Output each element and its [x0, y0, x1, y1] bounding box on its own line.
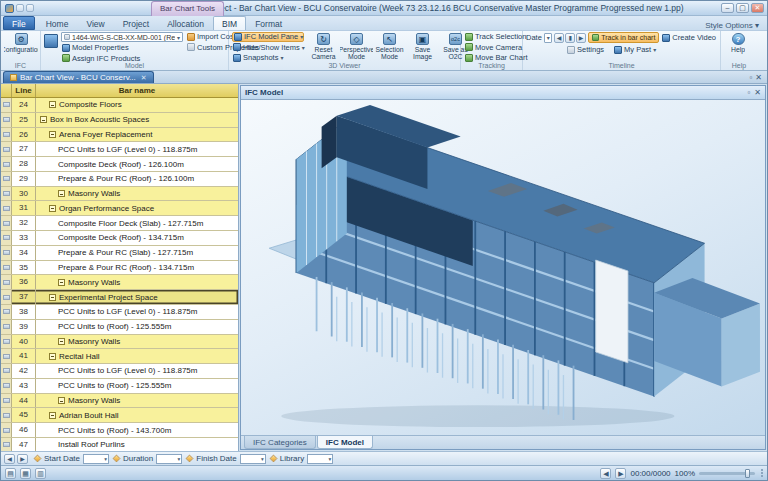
ribbon-tab-project[interactable]: Project [114, 16, 158, 30]
style-options-button[interactable]: Style Options ▾ [697, 21, 767, 30]
pane-tab-ifc-model[interactable]: IFC Model [317, 436, 373, 449]
ifc-model-pane-button[interactable]: IFC Model Pane▾ [232, 32, 304, 42]
table-row[interactable]: 39 PCC Units to (Roof) - 125.555m [1, 320, 238, 335]
ribbon-tab-file[interactable]: File [3, 16, 35, 30]
app-icon[interactable] [5, 4, 14, 13]
ribbon-tab-home[interactable]: Home [37, 16, 78, 30]
3d-building-model[interactable] [241, 100, 765, 435]
table-row[interactable]: 34 Prepare & Pour RC (Slab) - 127.715m [1, 246, 238, 261]
field-combo[interactable]: ▾ [83, 454, 109, 464]
collapse-icon[interactable] [49, 131, 56, 138]
close-pane-icon[interactable]: ✕ [755, 73, 762, 82]
collapse-icon[interactable] [49, 353, 56, 360]
collapse-icon[interactable] [49, 294, 56, 301]
pin-icon[interactable]: ▫ [747, 88, 750, 97]
field-finish-date[interactable]: Finish Date▾ [186, 454, 265, 464]
ribbon-tab-view[interactable]: View [77, 16, 113, 30]
table-row[interactable]: 25 Box in Box Acoustic Spaces [1, 113, 238, 128]
step-back-icon[interactable]: ◀ [600, 468, 611, 479]
track-in-bar-chart-button[interactable]: Track in bar chart [588, 32, 659, 43]
collapse-icon[interactable] [58, 190, 65, 197]
timeline-nav-icon[interactable]: ▮ [565, 33, 575, 43]
table-row[interactable]: 41 Recital Hall [1, 349, 238, 364]
chevron-down-icon: ▾ [300, 33, 303, 40]
field-combo[interactable]: ▾ [240, 454, 266, 464]
collapse-icon[interactable] [58, 397, 65, 404]
field-start-date[interactable]: Start Date▾ [34, 454, 109, 464]
table-row[interactable]: 47 Install Roof Purlins [1, 438, 238, 451]
table-row[interactable]: 32 Composite Floor Deck (Slab) - 127.715… [1, 216, 238, 231]
settings-button[interactable]: Settings [566, 45, 605, 55]
collapse-icon[interactable] [49, 412, 56, 419]
resize-grip[interactable] [761, 469, 763, 477]
table-row[interactable]: 42 PCC Units to LGF (Level 0) - 118.875m [1, 364, 238, 379]
timeline-nav-icon[interactable]: ◀ [554, 33, 564, 43]
perspective-mode-button[interactable]: ◇Perspective Mode [340, 32, 373, 62]
table-row[interactable]: 31 Organ Performance Space [1, 201, 238, 216]
timeline-nav-icon[interactable]: ▶ [576, 33, 586, 43]
restore-pane-icon[interactable]: ▫ [749, 73, 752, 82]
view-mode-2-icon[interactable]: ▦ [20, 468, 31, 479]
reset-camera-button[interactable]: ↻Reset Camera [307, 32, 340, 62]
field-library[interactable]: Library▾ [270, 454, 333, 464]
field-duration[interactable]: Duration▾ [113, 454, 182, 464]
create-video-button[interactable]: Create Video [661, 33, 717, 43]
field-combo[interactable]: ▾ [156, 454, 182, 464]
table-row[interactable]: 29 Prepare & Pour RC (Roof) - 126.100m [1, 172, 238, 187]
collapse-icon[interactable] [49, 205, 56, 212]
ribbon-tab-format[interactable]: Format [246, 16, 291, 30]
date-field[interactable]: ▾ [544, 33, 552, 43]
table-row[interactable]: 38 PCC Units to LGF (Level 0) - 118.875m [1, 305, 238, 320]
table-row[interactable]: 46 PCC Units to (Roof) - 143.700m [1, 423, 238, 438]
view-tab-bar-chart[interactable]: Bar Chart View - BCU Conserv... ✕ [3, 71, 154, 83]
table-row[interactable]: 35 Prepare & Pour RC (Roof) - 134.715m [1, 261, 238, 276]
close-icon[interactable]: ✕ [141, 74, 147, 82]
collapse-icon[interactable] [40, 116, 47, 123]
maximize-button[interactable]: ▢ [736, 3, 749, 13]
collapse-icon[interactable] [49, 101, 56, 108]
model-properties-button[interactable]: Model Properties [61, 43, 183, 53]
view-mode-3-icon[interactable]: ▥ [35, 468, 46, 479]
my-past-button[interactable]: My Past ▾ [613, 45, 657, 55]
close-icon[interactable]: ✕ [754, 88, 761, 97]
minimize-button[interactable]: – [721, 3, 734, 13]
next-field-icon[interactable]: ▶ [17, 454, 28, 464]
collapse-icon[interactable] [58, 338, 65, 345]
table-row[interactable]: 24 Composite Floors [1, 98, 238, 113]
collapse-icon[interactable] [58, 279, 65, 286]
table-row[interactable]: 26 Arena Foyer Replacement [1, 128, 238, 143]
table-row[interactable]: 37 Experimental Project Space [1, 290, 238, 305]
help-button[interactable]: ? Help [724, 32, 752, 61]
track-selection-toggle[interactable]: Track Selection [464, 32, 519, 42]
table-row[interactable]: 40 Masonry Walls [1, 335, 238, 350]
zoom-slider-thumb[interactable] [745, 469, 750, 478]
table-row[interactable]: 30 Masonry Walls [1, 187, 238, 202]
column-header-bar-name[interactable]: Bar name [36, 84, 238, 97]
ribbon-tab-allocation[interactable]: Allocation [158, 16, 213, 30]
selection-mode-button[interactable]: ↖Selection Mode [373, 32, 406, 62]
table-row[interactable]: 33 Composite Deck (Roof) - 134.715m [1, 231, 238, 246]
undo-icon[interactable] [26, 4, 34, 12]
configuration-button[interactable]: ⚙ Configuration [4, 32, 38, 61]
play-icon[interactable]: ▶ [615, 468, 626, 479]
table-row[interactable]: 43 PCC Units to (Roof) - 125.555m [1, 379, 238, 394]
ribbon-tab-bim[interactable]: BIM [213, 16, 246, 30]
prev-field-icon[interactable]: ◀ [4, 454, 15, 464]
model-selector[interactable]: 1464-WIG-S-CB-XX-MD-001 (Rev ▾ [61, 32, 183, 42]
hide-show-items-button[interactable]: Hide/Show Items▾ [232, 43, 304, 53]
save-image-button[interactable]: ▣Save Image [406, 32, 439, 62]
view-mode-1-icon[interactable]: ▤ [5, 468, 16, 479]
3d-viewport[interactable] [241, 100, 765, 435]
zoom-slider[interactable] [699, 472, 755, 475]
table-row[interactable]: 36 Masonry Walls [1, 275, 238, 290]
field-combo[interactable]: ▾ [307, 454, 333, 464]
table-row[interactable]: 45 Adrian Boult Hall [1, 408, 238, 423]
move-camera-toggle[interactable]: Move Camera [464, 43, 519, 53]
table-row[interactable]: 44 Masonry Walls [1, 394, 238, 409]
save-icon[interactable] [16, 4, 24, 12]
table-row[interactable]: 27 PCC Units to LGF (Level 0) - 118.875m [1, 142, 238, 157]
pane-tab-ifc-categories[interactable]: IFC Categories [244, 436, 316, 449]
table-row[interactable]: 28 Composite Deck (Roof) - 126.100m [1, 157, 238, 172]
close-button[interactable]: ✕ [751, 3, 764, 13]
column-header-line[interactable]: Line [12, 84, 36, 97]
